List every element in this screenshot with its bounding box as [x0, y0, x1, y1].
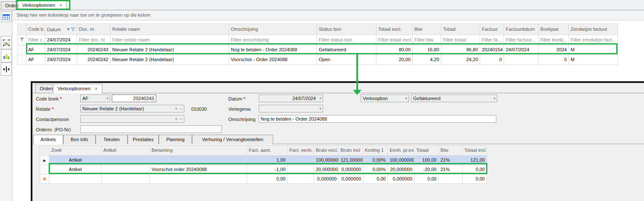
- col-header-zendwijze[interactable]: Zendwijze factuur: [569, 24, 618, 35]
- chevron-down-icon: ▾: [175, 116, 177, 122]
- dcell-zoek: Artikel: [50, 156, 102, 165]
- dcol-header-totaal-incl[interactable]: Totaal incl.: [463, 146, 487, 155]
- dcol-header-korting[interactable]: Korting 1: [363, 146, 388, 155]
- filter-omschrijving[interactable]: Filter omschrijving: [229, 35, 317, 45]
- subtab-teksten[interactable]: Teksten: [96, 135, 128, 144]
- dcol-header-bruto-excl[interactable]: Bruto excl.: [314, 146, 339, 155]
- dcell-fact-aant: 1,00: [247, 156, 288, 165]
- close-icon[interactable]: ×: [59, 3, 62, 8]
- group-by-bar[interactable]: Sleep hier een kolomkop naar toe om te g…: [12, 10, 644, 21]
- filter-totaal-excl[interactable]: Filter totaal excl.: [376, 35, 413, 45]
- ordernr-field[interactable]: [80, 125, 222, 133]
- col-header-totaal-excl[interactable]: Totaal excl.: [376, 24, 413, 35]
- filter-doc-nr[interactable]: Filter doc. nr.: [77, 35, 111, 45]
- detail-tab-verkoopbonnen[interactable]: Verkoopbonnen×: [53, 84, 102, 93]
- filter-btw[interactable]: Filter btw: [413, 35, 441, 45]
- col-header-status[interactable]: Status bon: [317, 24, 376, 35]
- filter-factuurdatum[interactable]: Filter factuur...: [504, 35, 539, 45]
- dcol-header-fact-aant[interactable]: Fact. aant.: [247, 146, 288, 155]
- dcell-fact-eenh: [288, 174, 314, 183]
- grid-view-button[interactable]: [1, 12, 12, 22]
- dcol-header-artikel[interactable]: Artikel: [102, 146, 150, 155]
- cell-btw: 4,20: [413, 55, 441, 65]
- col-header-datum[interactable]: Datum ▼: [45, 24, 77, 35]
- tab-verkoopbonnen[interactable]: Verkoopbonnen×: [18, 0, 67, 10]
- col-header-totaal[interactable]: Totaal: [441, 24, 480, 35]
- filter-datum[interactable]: 24/07/2024: [45, 35, 77, 45]
- cell-totaal: 96,80: [441, 45, 480, 55]
- subtab-bon-info[interactable]: Bon Info: [63, 135, 96, 144]
- omschrijving-field[interactable]: Nog te betalen - Order 2024088: [259, 115, 496, 123]
- col-header-omschrijving[interactable]: Omschrijving: [229, 24, 317, 35]
- dcol-header-totaal[interactable]: Totaal: [414, 146, 439, 155]
- col-header-factuurdatum[interactable]: Factuurdatum: [504, 24, 539, 35]
- cell-doc-nr: 20240243: [77, 45, 111, 55]
- cell-factuurdatum: 24/07/2024: [504, 45, 539, 55]
- filter-zendwijze[interactable]: Filter zendwijze fact...: [569, 35, 618, 45]
- table-row[interactable]: Artikel Voorschot order 20240088 -1,00 2…: [40, 165, 487, 174]
- dcol-header-fact-eenh[interactable]: Fact. eenh.: [288, 146, 314, 155]
- dcell-totaal: 0,00: [414, 174, 439, 183]
- chevron-down-icon: ▾: [106, 95, 108, 102]
- subtab-planning[interactable]: Planning: [159, 135, 192, 144]
- filter-status[interactable]: Filter status bon: [317, 35, 376, 45]
- cell-factuur: 20240154: [480, 45, 504, 55]
- filter-relatie[interactable]: Filter relatie naam: [111, 35, 229, 45]
- dcell-bruto-excl: 100,000000: [314, 156, 339, 165]
- ellipsis-button[interactable]: ⋯: [179, 116, 183, 122]
- subtab-artikels[interactable]: Artikels: [33, 135, 63, 145]
- datum-label: Datum*: [228, 95, 245, 103]
- vertegenw-dropdown[interactable]: ▾: [259, 105, 323, 112]
- dcol-header-bruto-incl[interactable]: Bruto incl: [339, 146, 363, 155]
- dcell-korting: 0,00%: [363, 156, 388, 165]
- subtab-prestaties[interactable]: Prestaties: [128, 135, 159, 144]
- cell-datum: 24/07/2024: [45, 55, 77, 65]
- table-row[interactable]: ▶ Artikel 1,00 100,000000 121,000000 0,0…: [40, 156, 487, 165]
- dcol-header-zoek[interactable]: Zoek: [50, 146, 102, 155]
- dcell-eenh-pr: 0,000000: [388, 174, 414, 183]
- col-header-doc-nr[interactable]: Doc. nr.: [77, 24, 111, 35]
- filter-boekjaar[interactable]: Filter boekj...: [539, 35, 569, 45]
- cell-relatie: Nieuwe Relatie 2 (Handelaar): [111, 55, 229, 65]
- contactpersoon-dropdown[interactable]: ▾ ⋯: [80, 115, 184, 123]
- col-header-relatie[interactable]: Relatie naam: [111, 24, 229, 35]
- vertegenw-label: Vertegenw.: [228, 105, 251, 113]
- cell-zendwijze: M: [569, 55, 618, 65]
- chart-region-button[interactable]: [1, 36, 12, 49]
- cell-doc-nr: 20240242: [77, 55, 111, 65]
- col-header-boekjaar[interactable]: Boekjaar: [539, 24, 569, 35]
- doc-nr-field[interactable]: 20240243: [112, 95, 156, 102]
- cell-zendwijze: M: [569, 45, 618, 55]
- dcell-fact-eenh: [288, 156, 314, 165]
- code-boek-dropdown[interactable]: AF ▾: [80, 95, 110, 102]
- dcol-header-btw[interactable]: Btw: [439, 146, 463, 155]
- dcell-zoek: [50, 174, 102, 183]
- bar-chart-button[interactable]: [1, 49, 12, 62]
- dcell-benaming: Voorschot order 20240088: [150, 165, 247, 174]
- filter-totaal[interactable]: Filter totaal: [441, 35, 480, 45]
- bon-type-dropdown[interactable]: Verkoopbon ▾: [361, 95, 409, 102]
- new-row[interactable]: ✱ 0,00 0,000000 0,000000 0,00 0,000000 0…: [40, 174, 487, 184]
- dcell-btw: 21%: [439, 165, 463, 174]
- ellipsis-button[interactable]: ⋯: [179, 106, 183, 112]
- col-header-code[interactable]: Code b...: [26, 24, 45, 35]
- filter-code[interactable]: Filter c...: [26, 35, 45, 45]
- column-filter-icon[interactable]: [71, 27, 75, 32]
- table-row[interactable]: AF 24/07/2024 20240243 Nieuwe Relatie 2 …: [17, 45, 618, 55]
- relatie-dropdown[interactable]: Nieuwe Relatie 2 (Handelaar) ▾ ⋯: [80, 105, 184, 112]
- status-dropdown[interactable]: Gefaktureerd ▾: [411, 95, 497, 102]
- column-splitter-button[interactable]: [1, 62, 12, 76]
- dcell-btw: 21%: [439, 156, 463, 165]
- dcol-header-benaming[interactable]: Benaming: [150, 146, 247, 155]
- close-icon[interactable]: ×: [95, 86, 97, 91]
- ordernr-label: Ordernr. (PO-Nr): [36, 126, 71, 133]
- table-row[interactable]: AF 24/07/2024 20240242 Nieuwe Relatie 2 …: [17, 55, 618, 65]
- dcell-artikel: [102, 174, 150, 183]
- dcol-header-eenh-pr[interactable]: Eenh. pr.excl.: [388, 146, 414, 155]
- filter-factuur[interactable]: Filter fa...: [480, 35, 504, 45]
- col-header-btw[interactable]: Btw: [413, 24, 441, 35]
- datum-dropdown[interactable]: 24/07/2024 ▾: [259, 95, 323, 102]
- subtab-verhuring[interactable]: Verhuring / Vervangtoestellen: [192, 135, 273, 144]
- cell-btw: 16,80: [413, 45, 441, 55]
- col-header-factuur[interactable]: Factuur: [480, 24, 504, 35]
